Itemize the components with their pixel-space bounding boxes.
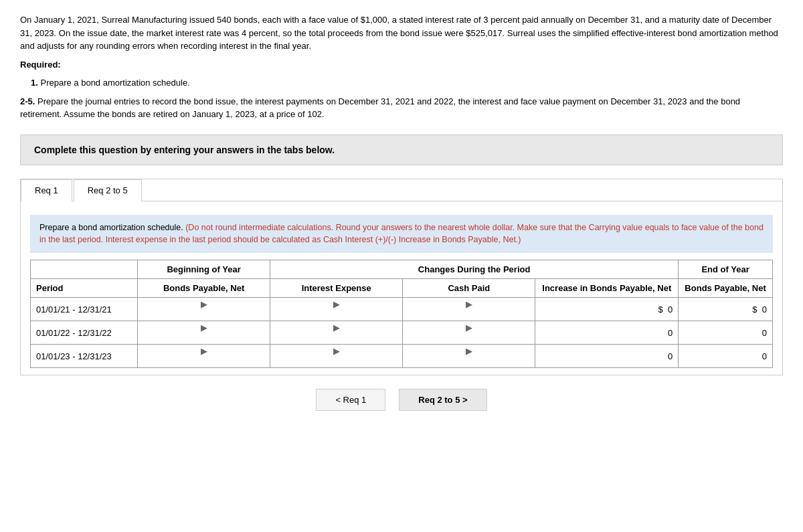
- bonds-payable-input-3[interactable]: [139, 356, 268, 366]
- increase-bonds-cell-2: 0: [535, 321, 679, 345]
- th-beginning-of-year: Beginning of Year: [138, 260, 270, 279]
- th-increase-in-bonds: Increase in Bonds Payable, Net: [535, 279, 679, 298]
- tabs-container: Req 1 Req 2 to 5 Prepare a bond amortiza…: [20, 179, 783, 376]
- interest-expense-input-cell-2[interactable]: ▶: [270, 321, 403, 345]
- interest-expense-input-3[interactable]: [272, 356, 401, 366]
- bonds-payable-end-cell-1: $ 0: [679, 298, 773, 321]
- note-black-text: Prepare a bond amortization schedule.: [39, 223, 183, 232]
- th-bonds-payable-net-end: Bonds Payable, Net: [679, 279, 773, 298]
- increase-bonds-val-3: 0: [668, 351, 673, 361]
- req25-number: 2-5.: [20, 96, 35, 106]
- bonds-payable-end-val-1: 0: [762, 304, 767, 315]
- tab-row: Req 1 Req 2 to 5: [21, 179, 782, 201]
- bonds-payable-end-cell-3: 0: [679, 345, 773, 368]
- dollar-sign-1: $: [658, 304, 662, 315]
- tab-req25[interactable]: Req 2 to 5: [74, 179, 142, 201]
- req1-number: 1.: [31, 78, 38, 88]
- prev-button[interactable]: < Req 1: [316, 389, 385, 411]
- bonds-payable-input-cell-1[interactable]: ▶: [138, 298, 270, 321]
- bottom-nav: < Req 1 Req 2 to 5 >: [20, 389, 783, 424]
- th-end-of-year: End of Year: [679, 260, 773, 279]
- increase-bonds-cell-1: $ 0: [535, 298, 679, 321]
- dollar-sign-end-1: $: [752, 304, 757, 315]
- interest-expense-input-cell-3[interactable]: ▶: [270, 345, 403, 368]
- bonds-payable-input-cell-3[interactable]: ▶: [138, 345, 270, 368]
- bonds-payable-input-2[interactable]: [139, 333, 268, 343]
- period-cell-3: 01/01/23 - 12/31/23: [31, 345, 138, 368]
- cash-paid-input-2[interactable]: [404, 333, 533, 343]
- period-cell-2: 01/01/22 - 12/31/22: [31, 321, 138, 345]
- tab-req1[interactable]: Req 1: [21, 179, 72, 201]
- instruction-box: Complete this question by entering your …: [20, 135, 783, 165]
- bonds-payable-end-val-3: 0: [762, 351, 767, 361]
- interest-expense-input-1[interactable]: [272, 309, 401, 319]
- tab-content: Prepare a bond amortization schedule. (D…: [21, 201, 782, 375]
- increase-bonds-val-2: 0: [668, 328, 673, 338]
- tab-inner-content: Prepare a bond amortization schedule. (D…: [21, 201, 782, 375]
- note-box: Prepare a bond amortization schedule. (D…: [30, 215, 773, 254]
- amortization-table: Beginning of Year Changes During the Per…: [30, 260, 773, 368]
- table-header-row1: Beginning of Year Changes During the Per…: [31, 260, 773, 279]
- cash-paid-input-cell-2[interactable]: ▶: [403, 321, 535, 345]
- problem-text: On January 1, 2021, Surreal Manufacturin…: [20, 13, 783, 121]
- req25-item: 2-5. Prepare the journal entries to reco…: [20, 95, 783, 121]
- cash-paid-input-cell-1[interactable]: ▶: [403, 298, 535, 321]
- req1-item: 1. Prepare a bond amortization schedule.: [20, 76, 783, 90]
- bonds-payable-input-1[interactable]: [139, 309, 268, 319]
- table-row: 01/01/23 - 12/31/23 ▶ ▶ ▶: [31, 345, 773, 368]
- th-empty: [31, 260, 138, 279]
- req25-text: Prepare the journal entries to record th…: [20, 96, 740, 120]
- th-bonds-payable-net-begin: Bonds Payable, Net: [138, 279, 270, 298]
- table-row: 01/01/22 - 12/31/22 ▶ ▶ ▶: [31, 321, 773, 345]
- bonds-payable-end-cell-2: 0: [679, 321, 773, 345]
- required-label: Required:: [20, 58, 783, 72]
- next-button[interactable]: Req 2 to 5 >: [399, 389, 486, 411]
- instruction-text: Complete this question by entering your …: [34, 145, 335, 155]
- cash-paid-input-3[interactable]: [404, 356, 533, 366]
- cash-paid-input-1[interactable]: [404, 309, 533, 319]
- table-row: 01/01/21 - 12/31/21 ▶ ▶ ▶: [31, 298, 773, 321]
- bonds-payable-end-val-2: 0: [762, 328, 767, 338]
- increase-bonds-cell-3: 0: [535, 345, 679, 368]
- th-changes-during-period: Changes During the Period: [270, 260, 679, 279]
- th-cash-paid: Cash Paid: [403, 279, 535, 298]
- th-interest-expense: Interest Expense: [270, 279, 403, 298]
- req1-text: Prepare a bond amortization schedule.: [40, 78, 189, 88]
- interest-expense-input-cell-1[interactable]: ▶: [270, 298, 403, 321]
- th-period: Period: [31, 279, 138, 298]
- bonds-payable-input-cell-2[interactable]: ▶: [138, 321, 270, 345]
- problem-description: On January 1, 2021, Surreal Manufacturin…: [20, 13, 783, 53]
- cash-paid-input-cell-3[interactable]: ▶: [403, 345, 535, 368]
- table-header-row2: Period Bonds Payable, Net Interest Expen…: [31, 279, 773, 298]
- period-cell-1: 01/01/21 - 12/31/21: [31, 298, 138, 321]
- interest-expense-input-2[interactable]: [272, 333, 401, 343]
- increase-bonds-val-1: 0: [668, 304, 673, 315]
